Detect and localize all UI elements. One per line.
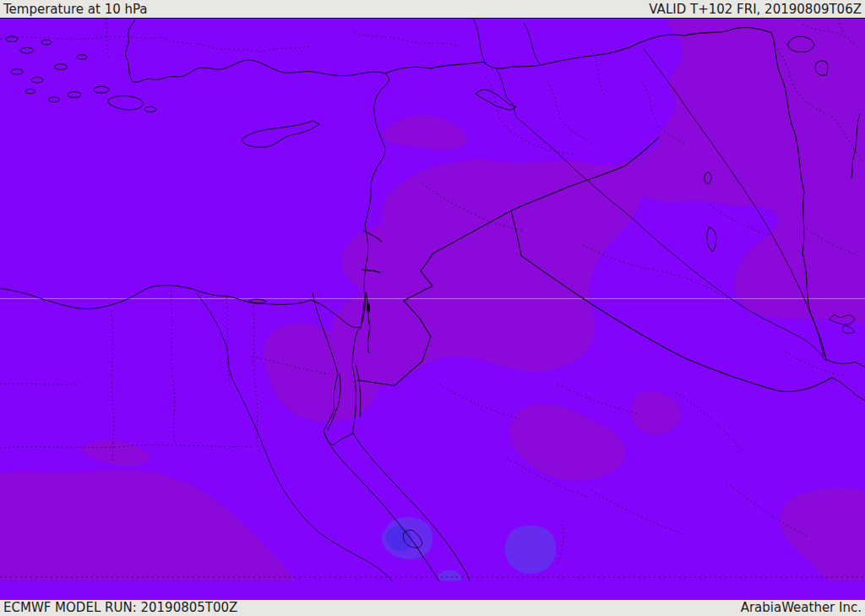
weather-map-canvas bbox=[0, 19, 865, 600]
valid-time-label: VALID T+102 FRI, 20190809T06Z bbox=[649, 2, 862, 17]
branding-label: ArabiaWeather Inc. bbox=[741, 600, 862, 615]
dead-sea bbox=[367, 303, 370, 313]
model-run-label: ECMWF MODEL RUN: 20190805T00Z bbox=[3, 600, 237, 615]
weather-map bbox=[0, 19, 865, 600]
footer-bar: ECMWF MODEL RUN: 20190805T00Z ArabiaWeat… bbox=[0, 600, 865, 615]
map-title: Temperature at 10 hPa bbox=[3, 2, 148, 17]
weather-product-page: { "header": { "title": "Temperature at 1… bbox=[0, 0, 865, 616]
header-bar: Temperature at 10 hPa VALID T+102 FRI, 2… bbox=[0, 0, 865, 19]
